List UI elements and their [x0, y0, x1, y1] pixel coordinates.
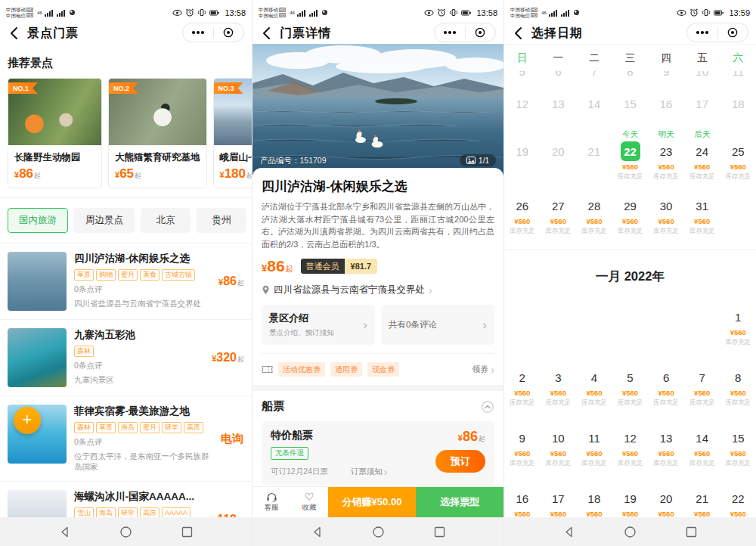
list-item[interactable]: 九寨沟五彩池 森林 0条点评 九寨沟景区 ¥320起 — [0, 320, 252, 396]
dot-icon — [453, 31, 456, 34]
booking-notice-link[interactable]: 订票须知› — [351, 467, 388, 477]
choose-ticket-type-button[interactable]: 选择票型 — [416, 487, 503, 517]
list-item[interactable]: 菲律宾宿雾-最美旅游之地 森林草原海岛蜜月研学高原 0条点评 位于西太平洋，是东… — [0, 396, 252, 482]
calendar-day-cell[interactable]: 30 ¥560 库存充足 — [648, 186, 684, 247]
ranked-attraction-card[interactable]: NO.2 大熊猫繁育研究基地 ¥65起 — [108, 78, 207, 188]
calendar-day-cell[interactable]: 9 — [648, 71, 684, 84]
android-back-button[interactable] — [58, 526, 71, 538]
customer-service-button[interactable]: 客服 — [253, 487, 290, 517]
close-minimize-button[interactable] — [466, 23, 496, 42]
calendar-day-cell[interactable] — [684, 297, 720, 358]
reviews-card[interactable]: 共有0条评论 › — [381, 305, 494, 345]
hero-image[interactable]: 产品编号：151709 1/1 — [253, 44, 503, 175]
calendar-day-cell[interactable]: 1 ¥560 库存充足 — [720, 297, 756, 358]
calendar-day-cell[interactable]: 27 ¥560 库存充足 — [541, 186, 577, 247]
calendar-day-cell[interactable]: 8 ¥560 库存充足 — [720, 358, 756, 418]
calendar-day-cell[interactable]: 26 ¥560 库存充足 — [504, 186, 541, 247]
more-menu-button[interactable] — [435, 23, 465, 42]
more-menu-button[interactable] — [687, 23, 717, 42]
filter-tab[interactable]: 周边景点 — [74, 208, 135, 233]
calendar-day-cell[interactable] — [541, 297, 577, 358]
close-minimize-button[interactable] — [718, 23, 748, 42]
calendar-day-cell[interactable]: 10 ¥560 库存充足 — [541, 418, 577, 479]
boat-ticket-card[interactable]: 特价船票 无条件退 可订12月24日票 订票须知› ¥86起 预订 — [262, 421, 494, 485]
android-home-button[interactable] — [372, 526, 385, 538]
calendar-day-cell[interactable]: 明天 23 ¥560 库存充足 — [648, 123, 684, 186]
calendar-day-cell[interactable]: 2 ¥560 库存充足 — [504, 358, 541, 418]
calendar-day-cell[interactable]: 16 — [648, 84, 684, 123]
calendar-day-cell[interactable]: 后天 24 ¥560 库存充足 — [684, 123, 720, 186]
favorite-button[interactable]: ♡ 收藏 — [290, 487, 328, 517]
calendar-day-cell[interactable]: 15 ¥560 库存充足 — [720, 418, 756, 479]
calendar-day-cell[interactable]: 11 — [720, 71, 756, 84]
add-floating-button[interactable]: + — [14, 407, 41, 434]
calendar-day-cell[interactable]: 29 ¥560 库存充足 — [612, 186, 649, 247]
calendar-day-cell[interactable]: 9 ¥560 库存充足 — [504, 418, 541, 479]
ranked-attraction-card[interactable]: NO.3 峨眉山-佛 ¥180起 — [213, 78, 253, 188]
calendar-day-cell[interactable]: 14 — [576, 84, 612, 123]
calendar-day-cell[interactable]: 13 ¥560 库存充足 — [648, 418, 684, 479]
android-back-button[interactable] — [311, 526, 324, 538]
calendar-day-cell[interactable]: 18 — [720, 84, 756, 123]
calendar-day-cell[interactable]: 6 — [541, 71, 577, 84]
calendar-day-cell[interactable]: 11 ¥560 库存充足 — [576, 418, 612, 479]
more-menu-button[interactable] — [183, 23, 213, 42]
filter-tab[interactable]: 贵州 — [197, 208, 246, 233]
calendar-week-row: 5 6 7 — [504, 71, 756, 84]
android-recents-button[interactable] — [181, 526, 194, 538]
android-recents-button[interactable] — [433, 526, 446, 538]
calendar-day-cell[interactable]: 5 — [504, 71, 541, 84]
android-home-button[interactable] — [119, 526, 132, 538]
calendar-day-cell[interactable]: 21 — [576, 123, 612, 186]
commission-button[interactable]: 分销赚¥50.00 — [328, 487, 416, 517]
android-home-button[interactable] — [624, 526, 637, 538]
scenic-intro-card[interactable]: 景区介绍景点介绍、预订须知 › — [262, 305, 375, 345]
collapse-button[interactable] — [481, 400, 494, 414]
filter-tab[interactable]: 国内旅游 — [8, 208, 68, 233]
calendar-day-cell[interactable]: 12 ¥560 库存充足 — [612, 418, 649, 479]
back-button[interactable] — [513, 26, 522, 40]
calendar-day-cell[interactable]: 15 — [612, 84, 649, 123]
android-recents-button[interactable] — [685, 526, 698, 538]
calendar-day-cell[interactable]: 17 — [684, 84, 720, 123]
address-row[interactable]: 四川省盐源县与云南省宁蒗县交界处 › — [262, 284, 494, 296]
calendar-day-cell[interactable]: 31 ¥560 库存充足 — [684, 186, 720, 247]
book-button[interactable]: 预订 — [435, 450, 485, 473]
screen-attraction-list: 中国移动HD 中国电信HD 46 13:58 景点门票 — [0, 0, 252, 546]
calendar-day-cell[interactable] — [720, 186, 756, 247]
list-item[interactable]: 四川泸沽湖-休闲娱乐之选 草原购物蜜月美食古城古镇 0条点评 四川省盐源县与云南… — [0, 244, 252, 320]
calendar-day-cell[interactable]: 28 ¥560 库存充足 — [576, 186, 612, 247]
calendar-day-cell[interactable]: 8 — [612, 71, 649, 84]
back-button[interactable] — [9, 26, 18, 40]
feature-tag: 海岛 — [118, 422, 138, 433]
calendar-day-cell[interactable]: 10 — [684, 71, 720, 84]
calendar-day-cell[interactable]: 19 — [504, 123, 541, 186]
calendar-day-cell[interactable]: 今天 22 ¥560 库存充足 — [612, 123, 649, 186]
calendar-day-cell[interactable]: 14 ¥560 库存充足 — [684, 418, 720, 479]
calendar-day-cell[interactable] — [612, 297, 649, 358]
calendar-day-cell[interactable]: 4 ¥560 库存充足 — [576, 358, 612, 418]
close-minimize-button[interactable] — [214, 23, 244, 42]
relative-day-label: 明天 — [658, 129, 674, 142]
feature-tag: 草原 — [74, 269, 94, 281]
back-button[interactable] — [262, 26, 271, 40]
calendar-day-cell[interactable]: 20 — [541, 123, 577, 186]
calendar-day-cell[interactable]: 5 ¥560 库存充足 — [612, 358, 649, 418]
calendar-day-cell[interactable]: 7 ¥560 库存充足 — [684, 358, 720, 418]
chevron-right-icon: › — [429, 285, 432, 296]
android-back-button[interactable] — [562, 526, 575, 538]
calendar-day-cell[interactable] — [576, 297, 612, 358]
ranked-attraction-card[interactable]: NO.1 长隆野生动物园 ¥86起 — [8, 78, 102, 188]
calendar-day-cell[interactable]: 6 ¥560 库存充足 — [648, 358, 684, 418]
calendar-day-cell[interactable]: 7 — [576, 71, 612, 84]
filter-tab[interactable]: 北京 — [141, 208, 191, 233]
calendar-day-cell[interactable] — [648, 297, 684, 358]
carrier-name: 中国电信 — [259, 13, 278, 18]
get-coupon-button[interactable]: 领券› — [472, 364, 494, 375]
calendar-day-cell[interactable] — [504, 297, 541, 358]
calendar-day-cell[interactable]: 12 — [504, 84, 541, 123]
volte-icon — [321, 9, 328, 16]
calendar-day-cell[interactable]: 13 — [541, 84, 577, 123]
calendar-day-cell[interactable]: 3 ¥560 库存充足 — [541, 358, 577, 418]
calendar-day-cell[interactable]: 25 ¥560 库存充足 — [720, 123, 756, 186]
